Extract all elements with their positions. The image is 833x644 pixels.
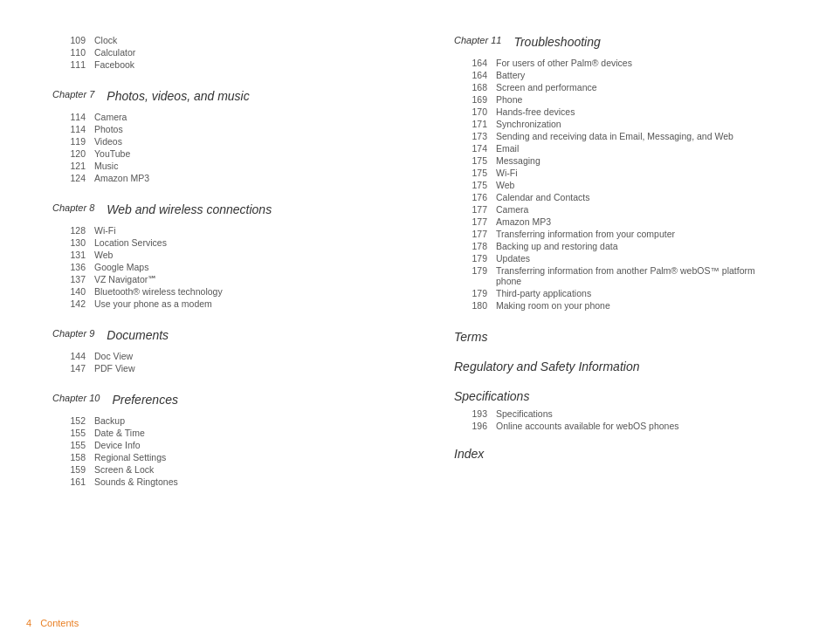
entry-text: Transferring information from another Pa…	[496, 265, 781, 286]
entry-text: VZ Navigator℠	[94, 274, 157, 284]
entry-text: Bluetooth® wireless technology	[94, 286, 223, 297]
list-item: 142Use your phone as a modem	[61, 298, 419, 309]
page-number: 175	[463, 180, 487, 190]
entry-text: Camera	[94, 112, 127, 122]
footer-label: Contents	[40, 618, 79, 628]
list-item: 177Camera	[463, 204, 781, 215]
page-number: 120	[61, 148, 86, 159]
page-number: 177	[463, 216, 487, 227]
page-number: 111	[61, 59, 86, 70]
list-item: 176Calendar and Contacts	[463, 192, 781, 202]
list-item: 178Backing up and restoring data	[463, 241, 781, 251]
right-column: Chapter 11Troubleshooting164For users of…	[454, 35, 781, 609]
entry-text: Backup	[94, 415, 125, 426]
entry-text: Transferring information from your compu…	[496, 229, 675, 239]
list-item: 144Doc View	[61, 351, 419, 361]
entry-text: Battery	[496, 70, 525, 80]
right-content: Chapter 11Troubleshooting164For users of…	[454, 35, 781, 461]
page-number: 171	[463, 119, 487, 129]
list-item: 170Hands-free devices	[463, 106, 781, 117]
standalone-title: Regulatory and Safety Information	[454, 360, 781, 373]
standalone-section: Regulatory and Safety Information	[454, 360, 781, 373]
list-item: 169Phone	[463, 94, 781, 105]
standalone-section: Terms	[454, 330, 781, 344]
entry-text: Videos	[94, 136, 122, 147]
standalone-title: Terms	[454, 330, 781, 344]
page-number: 131	[61, 250, 86, 260]
entry-list: 152Backup155Date & Time155Device Info158…	[61, 415, 419, 487]
list-item: 136Google Maps	[61, 262, 419, 272]
chapter-header: Chapter 7Photos, videos, and music	[52, 89, 419, 103]
page-number: 161	[61, 476, 86, 487]
page-number: 155	[61, 440, 86, 450]
list-item: 147PDF View	[61, 363, 419, 373]
page-number: 121	[61, 161, 86, 171]
entry-text: Calculator	[94, 47, 135, 58]
list-item: 164Battery	[463, 70, 781, 80]
list-item: 196Online accounts available for webOS p…	[463, 421, 781, 431]
entry-text: Web	[94, 250, 113, 260]
page-number: 158	[61, 452, 86, 462]
list-item: 174Email	[463, 143, 781, 154]
page-number: 114	[61, 112, 86, 122]
list-item: 179Third-party applications	[463, 288, 781, 298]
page-number: 130	[61, 237, 86, 248]
page-number: 110	[61, 47, 86, 58]
entry-text: Amazon MP3	[94, 173, 149, 183]
entry-text: Sending and receiving data in Email, Mes…	[496, 131, 733, 141]
entry-list: 128Wi-Fi130Location Services131Web136Goo…	[61, 225, 419, 309]
page-number: 169	[463, 94, 487, 105]
page-number: 193	[463, 408, 487, 419]
chapter-block: Chapter 9Documents144Doc View147PDF View	[52, 328, 419, 373]
list-item: 158Regional Settings	[61, 452, 419, 462]
entry-text: Calendar and Contacts	[496, 192, 589, 202]
entry-text: Web	[496, 180, 514, 190]
list-item: 179Transferring information from another…	[463, 265, 781, 286]
chapter-title: Web and wireless connections	[107, 202, 272, 216]
page-number: 176	[463, 192, 487, 202]
entry-text: Camera	[496, 204, 528, 215]
page-number: 175	[463, 155, 487, 166]
entry-text: Third-party applications	[496, 288, 591, 298]
entry-list: 114Camera114Photos119Videos120YouTube121…	[61, 112, 419, 183]
page-number: 180	[463, 300, 487, 311]
list-item: 114Camera	[61, 112, 419, 122]
chapter-block: Chapter 7Photos, videos, and music114Cam…	[52, 89, 419, 183]
page-number: 196	[463, 421, 487, 431]
chapter-label: Chapter 10	[52, 393, 100, 407]
list-item: 110Calculator	[61, 47, 419, 58]
prev-entries-list: 109Clock110Calculator111Facebook	[61, 35, 419, 70]
list-item: 161Sounds & Ringtones	[61, 476, 419, 487]
page-number: 124	[61, 173, 86, 183]
page: 109Clock110Calculator111Facebook Chapter…	[0, 0, 833, 644]
list-item: 179Updates	[463, 253, 781, 264]
entry-text: Device Info	[94, 440, 141, 450]
prev-entries-block: 109Clock110Calculator111Facebook	[52, 35, 419, 70]
list-item: 137VZ Navigator℠	[61, 274, 419, 284]
entry-text: PDF View	[94, 363, 135, 373]
entry-text: Location Services	[94, 237, 167, 248]
entry-text: Music	[94, 161, 118, 171]
entry-text: Phone	[496, 94, 522, 105]
page-number: 177	[463, 229, 487, 239]
list-item: 155Device Info	[61, 440, 419, 450]
entry-text: Date & Time	[94, 428, 145, 438]
list-item: 155Date & Time	[61, 428, 419, 438]
entry-text: Doc View	[94, 351, 133, 361]
chapter-block: Chapter 8Web and wireless connections128…	[52, 202, 419, 309]
page-number: 137	[61, 274, 86, 284]
list-item: 175Wi-Fi	[463, 168, 781, 178]
list-item: 114Photos	[61, 124, 419, 134]
page-number: 175	[463, 168, 487, 178]
list-item: 128Wi-Fi	[61, 225, 419, 236]
page-number: 152	[61, 415, 86, 426]
chapter-title: Photos, videos, and music	[107, 89, 249, 103]
list-item: 109Clock	[61, 35, 419, 45]
list-item: 111Facebook	[61, 59, 419, 70]
entry-text: Photos	[94, 124, 123, 134]
entry-text: Screen and performance	[496, 82, 597, 92]
page-number: 170	[463, 106, 487, 117]
chapter11-title: Troubleshooting	[513, 35, 600, 49]
page-number: 179	[463, 253, 487, 264]
page-number: 114	[61, 124, 86, 134]
